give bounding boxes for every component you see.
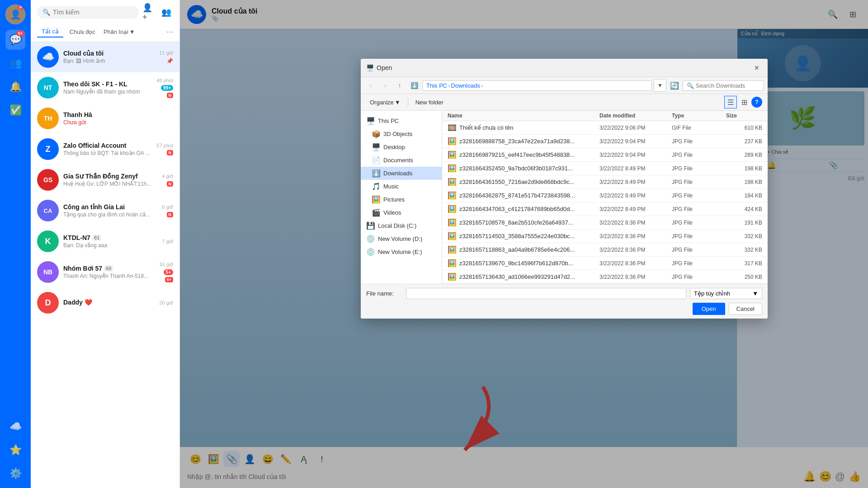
chat-item[interactable]: ☁️ Cloud của tôi Bạn: 🖼 Hình ảnh 11 giờ … [31,42,179,72]
chat-item[interactable]: K KTDL-N7 61 Bạn: Dạ vắng aaa 7 giờ [31,226,179,257]
sidebar-item-3d-objects[interactable]: 📦 3D Objects [361,127,442,141]
sidebar-item-music[interactable]: 🎵 Music [361,180,442,193]
sidebar-item-cloud[interactable]: ☁️ [5,417,25,436]
table-row[interactable]: 🖼️ z3281657118863_aa04a9b6785e6e4c206...… [442,243,768,257]
date-column-header[interactable]: Date modified [599,113,672,119]
unread-badge: 99+ [161,85,173,91]
size-column-header[interactable]: Size [726,113,762,119]
table-row[interactable]: 🖼️ z3281657136430_ad1066ee993291d47d2...… [442,270,768,284]
up-button[interactable]: ↑ [393,79,406,92]
type-column-header[interactable]: Type [672,113,726,119]
create-group-button[interactable]: 👥 [160,5,173,19]
sidebar-item-pictures[interactable]: 🖼️ Pictures [361,193,442,206]
breadcrumb-this-pc[interactable]: This PC [426,82,447,89]
chat-preview: Thông báo từ BQT: Tài khoản OA ... [63,150,152,156]
dialog-title-bar: 🖥️ Open ✕ [361,59,768,77]
back-button[interactable]: ‹ [364,79,377,92]
filename-input[interactable] [406,288,686,299]
file-type-icon: 🎞️ [448,123,457,132]
file-date: 3/22/2022 8:49 PM [599,179,672,185]
file-dialog: 🖥️ Open ✕ ‹ › ↑ ⬇️ This PC › Downloads [361,59,768,319]
sidebar-item-desktop[interactable]: 🖥️ Desktop [361,141,442,154]
open-button[interactable]: Open [693,303,725,315]
sidebar-item-contacts[interactable]: 👥 [5,53,25,73]
table-row[interactable]: 🖼️ z3281669888758_23ca47e22ea71a9d238...… [442,135,768,148]
table-row[interactable]: 🖼️ z3281657114503_3588a7555e224e030bc...… [442,230,768,243]
chat-time: 20 giờ [159,300,173,306]
chat-preview: Nam Nguyễn đã tham gia nhóm [63,89,152,95]
help-button[interactable]: ? [751,97,762,108]
add-friend-button[interactable]: 👤+ [142,5,156,19]
chat-item[interactable]: NT Theo dõi SK - F1 - KL Nam Nguyễn đã t… [31,72,179,103]
table-row[interactable]: 🎞️ Thiết kế chưa có tên 3/22/2022 9:06 P… [442,121,768,135]
details-view-button[interactable]: ⊞ [738,96,750,108]
file-type-icon: 🖼️ [448,178,457,186]
chat-info: Cloud của tôi Bạn: 🖼 Hình ảnh [63,50,155,64]
table-row[interactable]: 🖼️ z3281664361550_7216ae2d9de868bdc9c...… [442,175,768,189]
new-folder-button[interactable]: New folder [412,97,447,108]
table-row[interactable]: 🖼️ z3281664352450_9a7bdc06f3b0187c931...… [442,162,768,175]
sidebar-item-videos[interactable]: 🎬 Videos [361,206,442,219]
refresh-button[interactable]: 🔄 [668,79,681,92]
chat-item[interactable]: Z Zalo Official Account Thông báo từ BQT… [31,134,179,164]
chat-content: ☁️ Cloud của tôi 📎 🔍 ⊞ 04:01 Đã gửi [180,0,868,488]
dialog-close-button[interactable]: ✕ [751,62,762,73]
chat-item[interactable]: GS Gia Sư Thần Đồng Zenyf Huệ Huệ Gv: LỚ… [31,164,179,195]
table-row[interactable]: 🖼️ z3281664362875_8741e517b4723843598...… [442,189,768,202]
chat-info: Công an tỉnh Gia Lai Tặng quà cho gia đì… [63,203,157,218]
sidebar-item-documents[interactable]: 📄 Documents [361,154,442,167]
chat-avatar: CA [37,200,59,221]
chat-avatar: D [37,292,59,314]
chat-item[interactable]: TH Thanh Hà Chưa gửi [31,103,179,134]
sidebar-item-favorites[interactable]: ⭐ [5,440,25,460]
breadcrumb[interactable]: This PC › Downloads › [422,80,652,91]
table-row[interactable]: 🖼️ z3281669879215_eef417eec9b45f548838..… [442,148,768,162]
more-button[interactable]: ··· [166,27,173,37]
sidebar-item-local-disk-c[interactable]: 💾 Local Disk (C:) [361,219,442,232]
file-type-icon: 🖼️ [448,232,457,240]
file-date: 3/22/2022 8:36 PM [599,233,672,239]
search-downloads-box[interactable]: 🔍 [683,80,764,91]
search-downloads-input[interactable] [696,82,760,89]
search-input[interactable] [53,9,133,16]
file-list: Name Date modified Type Size 🎞️ Thiết kế… [442,111,768,284]
documents-icon: 📄 [372,156,381,164]
sidebar-item-downloads[interactable]: ⬇️ Downloads [361,167,442,180]
chat-item[interactable]: CA Công an tỉnh Gia Lai Tặng quà cho gia… [31,195,179,226]
sidebar-item-tasks[interactable]: ✅ [5,100,25,120]
sidebar-item-chat[interactable]: 💬 5+ [5,30,25,50]
breadcrumb-dropdown[interactable]: ▼ [654,79,666,92]
sidebar-item-notifications[interactable]: 🔔 [5,77,25,97]
table-row[interactable]: 🖼️ z3281657139670_9bc14596f7b612d870b...… [442,257,768,270]
list-view-button[interactable]: ☰ [724,96,737,108]
file-size: 317 KB [726,260,762,267]
sidebar-item-this-pc[interactable]: 🖥️ This PC [361,114,442,127]
avatar[interactable]: 👤 5+ [5,5,25,24]
sidebar-item-settings[interactable]: ⚙️ [5,464,25,483]
chat-items: ☁️ Cloud của tôi Bạn: 🖼 Hình ảnh 11 giờ … [31,42,179,488]
videos-icon: 🎬 [372,208,381,217]
sidebar-item-new-volume-e[interactable]: 💿 New Volume (E:) [361,245,442,258]
breadcrumb-downloads[interactable]: Downloads [451,82,480,89]
cloud-icon: ☁️ [9,421,22,432]
file-date: 3/22/2022 8:36 PM [599,274,672,280]
filter-unread-button[interactable]: Chưa đọc [65,27,100,37]
new-badge: N [167,212,174,217]
sidebar-item-new-volume-d[interactable]: 💿 New Volume (D:) [361,232,442,245]
file-type-text: JPG File [672,138,726,145]
filter-all-button[interactable]: Tất cả [37,26,63,38]
chat-time: 6 giờ [162,204,173,210]
organize-button[interactable]: Organize ▼ [366,97,404,108]
chat-item[interactable]: D Daddy ❤️ 20 giờ [31,287,179,318]
filetype-dropdown[interactable]: Tệp tùy chỉnh ▼ [690,288,762,299]
cancel-button[interactable]: Cancel [729,303,762,315]
chat-name: Gia Sư Thần Đồng Zenyf [63,173,157,180]
search-box[interactable]: 🔍 [37,6,139,19]
chat-item[interactable]: NB Nhóm Bơi 57 60 Thanh An: Nguyễn Thanh… [31,257,179,287]
name-column-header[interactable]: Name [448,113,599,119]
table-row[interactable]: 🖼️ z3281657108578_8ae2b510cfe26a64937...… [442,216,768,230]
table-row[interactable]: 🖼️ z3281664347063_c41217847689bb65d0d...… [442,202,768,216]
classify-button[interactable]: Phân loại ▼ [104,28,135,35]
chat-time: 48 phút [156,78,173,83]
forward-button[interactable]: › [379,79,392,92]
